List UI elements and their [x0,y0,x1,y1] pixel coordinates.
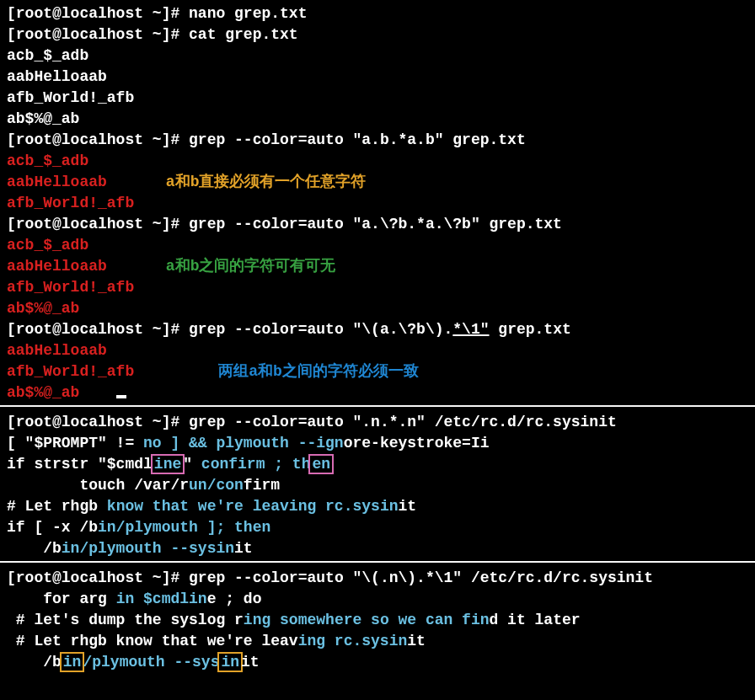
shell-prompt: [root@localhost ~]# [7,26,189,43]
match-line: acb_$_adb [7,235,748,256]
match-line: acb_$_adb [7,151,748,172]
command-text: grep --color=auto "a.\?b.*a.\?b" grep.tx… [189,216,562,232]
output-line: afb_World!_afb [7,88,748,109]
shell-prompt: [root@localhost ~]# [7,321,189,338]
highlighted-text: in/plymouth ]; then [98,519,270,536]
plain-text: for arg [7,590,116,607]
command-text: nano grep.txt [189,5,307,22]
plain-text: touch /var/r [7,477,189,494]
plain-text: # Let rhgb [7,498,107,515]
match-line: aabHelloaab [7,174,107,190]
command-text: grep --color=auto "a.b.*a.b" grep.txt [189,131,526,148]
plain-text: # let's dump the syslog r [7,612,244,628]
annotation-text: a和b之间的字符可有可无 [107,258,336,275]
command-text: cat grep.txt [189,26,298,43]
output-line: aabHelloaab [7,67,748,88]
highlighted-text: in [221,654,239,671]
output-line: acb_$_adb [7,45,748,67]
highlighted-text: en [312,456,330,473]
match-line: aabHelloaab [7,340,748,361]
plain-text: e ; do [207,590,262,607]
match-line: afb_World!_afb [7,277,748,298]
highlighted-text: un/con [189,477,244,494]
plain-text: it [407,633,426,649]
separator [0,561,755,563]
plain-text: " [183,456,201,473]
highlighted-text: in [63,654,82,671]
command-text: grep --color=auto "\(a.\?b\). [189,321,452,338]
boxed-match: en [308,454,334,474]
boxed-match: ine [151,454,185,474]
highlighted-text: ine [154,456,181,473]
highlighted-text: in $cmdlin [116,590,207,607]
terminal-output: [root@localhost ~]# nano grep.txt [root@… [0,0,755,403]
match-line: afb_World!_afb [7,193,748,214]
plain-text: it [241,654,260,671]
highlighted-text: ing rc.sysin [298,633,408,649]
highlighted-text: ing somewhere so we can fin [244,612,490,628]
match-line: ab$%@_ab [7,384,79,401]
plain-text: d it later [490,612,581,628]
plain-text: firm [244,477,280,494]
match-line: afb_World!_afb [7,363,134,380]
plain-text: # Let rhgb know that we're leav [7,633,298,649]
shell-prompt: [root@localhost ~]# [7,131,189,148]
plain-text: /b [7,654,62,671]
plain-text: if strstr "$cmdl [7,456,153,473]
plain-text: it [234,540,253,557]
match-line: ab$%@_ab [7,298,748,319]
annotation-text: a和b直接必须有一个任意字符 [107,174,367,190]
command-underlined: *\1" [452,321,489,338]
boxed-match: in [217,652,243,672]
boxed-match: in [60,652,85,672]
plain-text: it [398,498,416,515]
plain-text: /b [7,540,62,557]
terminal-output-2: [root@localhost ~]# grep --color=auto ".… [0,409,755,559]
command-text: grep --color=auto ".n.*.n" /etc/rc.d/rc.… [189,414,617,430]
plain-text: ore-keystroke=Ii [344,435,490,452]
output-line: ab$%@_ab [7,109,748,130]
shell-prompt: [root@localhost ~]# [7,569,189,586]
highlighted-text: in/plymouth --sysin [62,540,234,557]
shell-prompt: [root@localhost ~]# [7,414,189,430]
highlighted-text: no ] && plymouth --ign [143,435,344,452]
plain-text: [ "$PROMPT" != [7,435,143,452]
separator [0,405,755,407]
highlighted-text: /plymouth --sys [83,654,219,671]
match-line: aabHelloaab [7,258,107,275]
cursor-icon [116,395,126,398]
shell-prompt: [root@localhost ~]# [7,5,189,22]
plain-text: if [ -x /b [7,519,98,536]
shell-prompt: [root@localhost ~]# [7,216,189,232]
highlighted-text: confirm ; th [201,456,311,473]
annotation-text: 两组a和b之间的字符必须一致 [134,363,419,380]
terminal-output-3: [root@localhost ~]# grep --color=auto "\… [0,564,755,673]
command-text: grep --color=auto "\(.n\).*\1" /etc/rc.d… [189,569,653,586]
command-text: grep.txt [490,321,571,338]
highlighted-text: know that we're leaving rc.sysin [107,498,399,515]
